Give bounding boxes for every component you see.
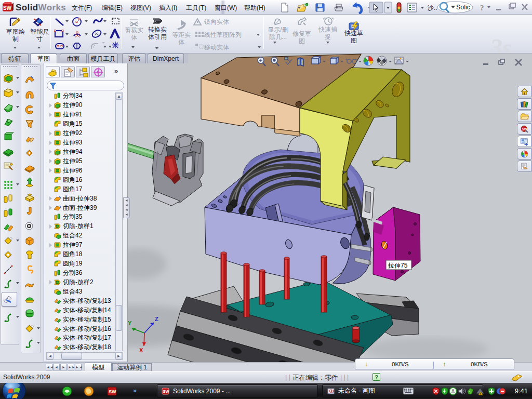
svg-text:?: ? — [480, 4, 484, 12]
svg-text:沙..: 沙.. — [427, 4, 437, 11]
svg-text:拉伸75: 拉伸75 — [388, 262, 408, 269]
svg-text:Y: Y — [128, 320, 132, 326]
svg-text:SW: SW — [163, 389, 170, 394]
svg-text:SW: SW — [3, 5, 12, 11]
svg-text:SW: SW — [522, 127, 527, 131]
svg-text:»: » — [133, 387, 137, 394]
svg-text:3s: 3s — [489, 34, 512, 53]
svg-text:Z: Z — [155, 316, 158, 322]
svg-text:Solic: Solic — [456, 4, 470, 11]
svg-text:X: X — [139, 347, 143, 353]
svg-text:SW: SW — [109, 389, 116, 394]
